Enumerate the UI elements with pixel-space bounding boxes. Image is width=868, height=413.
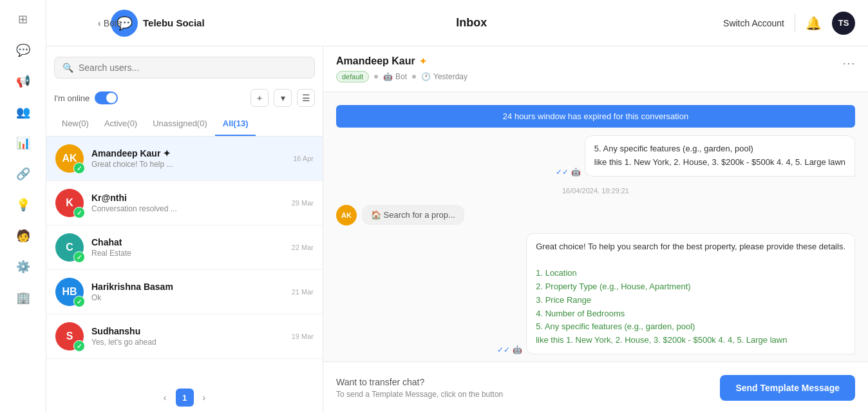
chat-header-left: Amandeep Kaur ✦ default 🤖 Bot 🕐 Yesterda… [336, 55, 467, 82]
meta-dot [374, 75, 378, 79]
conversation-name: Chahat [91, 237, 284, 247]
avatar: S ✓ [55, 322, 84, 351]
search-section: 🔍 [46, 46, 323, 84]
conversation-item[interactable]: AK ✓ Amandeep Kaur ✦ Great choice! To he… [46, 137, 323, 181]
message-item: AK 🏠 Search for a prop... [336, 205, 855, 226]
message-bubble: Great choice! To help you search for the… [526, 233, 855, 354]
time-meta: 🕐 Yesterday [421, 72, 467, 81]
chat-area: Amandeep Kaur ✦ default 🤖 Bot 🕐 Yesterda… [323, 46, 868, 413]
chat-meta: default 🤖 Bot 🕐 Yesterday [336, 71, 467, 82]
nav-megaphone[interactable]: 📢 [10, 68, 36, 94]
conversation-info: Harikrishna Basam Ok [91, 282, 284, 302]
message-list: 1. Location 2. Property Type (e.g., Hous… [536, 268, 787, 345]
status-badge: default [336, 71, 369, 82]
message-status: ✓✓ 🤖 [497, 345, 522, 354]
tab-new[interactable]: New(0) [54, 112, 97, 136]
nav-share[interactable]: 🔗 [10, 161, 36, 187]
whatsapp-badge: ✓ [73, 162, 85, 174]
chat-header: Amandeep Kaur ✦ default 🤖 Bot 🕐 Yesterda… [323, 46, 868, 92]
message-bubble: 5. Any specific features (e.g., garden, … [585, 135, 855, 177]
chat-footer: Want to transfer chat? To send a Templat… [323, 361, 868, 413]
conversation-info: Sudhanshu Yes, let's go ahead [91, 326, 284, 347]
footer-sub-label: To send a Template Message, click on the… [336, 390, 503, 399]
conversation-date: 16 Apr [293, 155, 314, 162]
nav-home[interactable]: ⊞ [10, 6, 36, 32]
search-icon: 🔍 [62, 62, 73, 73]
more-options-button[interactable]: ⋯ [842, 55, 855, 71]
pagination: ‹ 1 › [46, 382, 323, 413]
message-item: ✓✓ 🤖 Great choice! To help you search fo… [336, 233, 855, 354]
meta-dot [412, 75, 416, 79]
nav-settings[interactable]: ⚙️ [10, 254, 36, 280]
conversation-tabs: New(0) Active(0) Unassigned(0) All(13) [46, 112, 323, 137]
transfer-label: Want to transfer chat? [336, 377, 503, 387]
conversation-preview: Yes, let's go ahead [91, 338, 284, 347]
message-bubble: 🏠 Search for a prop... [362, 205, 464, 225]
conversation-preview: Conversation resolved ... [91, 204, 284, 213]
bot-meta: 🤖 Bot [383, 72, 407, 81]
tab-unassigned[interactable]: Unassigned(0) [145, 112, 215, 136]
expire-banner: 24 hours window has expired for this con… [336, 105, 855, 128]
conversation-item[interactable]: C ✓ Chahat Real Estate 22 Mar [46, 226, 323, 270]
notification-icon[interactable]: 🔔 [806, 15, 822, 31]
online-toggle[interactable] [95, 91, 118, 104]
bot-icon: 🤖 [383, 72, 393, 81]
tick-icon: ✓✓ [497, 345, 510, 354]
tab-all[interactable]: All(13) [215, 112, 256, 136]
message-timestamp: 16/04/2024, 18:29:21 [336, 184, 855, 197]
nav-inbox[interactable]: 💬 [10, 37, 36, 63]
nav-bulb[interactable]: 💡 [10, 192, 36, 218]
bot-status-icon: 🤖 [571, 168, 581, 177]
chat-messages: 24 hours window has expired for this con… [323, 92, 868, 361]
conversation-name: Kr@nthi [91, 193, 284, 203]
message-item: ✓✓ 🤖 5. Any specific features (e.g., gar… [336, 135, 855, 177]
online-actions: + ▾ ☰ [250, 89, 315, 107]
conversation-item[interactable]: S ✓ Sudhanshu Yes, let's go ahead 19 Mar [46, 314, 323, 359]
conversation-info: Amandeep Kaur ✦ Great choice! To help ..… [91, 148, 285, 169]
tab-active[interactable]: Active(0) [97, 112, 145, 136]
chat-user-name: Amandeep Kaur ✦ [336, 55, 467, 67]
conversation-item[interactable]: K ✓ Kr@nthi Conversation resolved ... 29… [46, 181, 323, 226]
top-bar: ‹ Bots 💬 Telebu Social Inbox Switch Acco… [46, 0, 868, 46]
online-label: I'm online [54, 93, 90, 103]
nav-users[interactable]: 👥 [10, 99, 36, 125]
left-navigation: ⊞ 💬 📢 👥 📊 🔗 💡 🧑 ⚙️ 🏢 [0, 0, 46, 413]
send-template-button[interactable]: Send Template Message [720, 375, 855, 401]
message-status: ✓✓ 🤖 [556, 168, 581, 177]
dropdown-button[interactable]: ▾ [274, 89, 292, 107]
menu-button[interactable]: ☰ [297, 89, 315, 107]
divider [795, 14, 795, 32]
conversation-item[interactable]: HB ✓ Harikrishna Basam Ok 21 Mar [46, 270, 323, 314]
chevron-left-icon: ‹ [98, 18, 101, 28]
star-icon: ✦ [419, 56, 427, 66]
whatsapp-badge: ✓ [73, 251, 85, 263]
conversation-list: AK ✓ Amandeep Kaur ✦ Great choice! To he… [46, 137, 323, 382]
whatsapp-badge: ✓ [73, 340, 85, 352]
sidebar: 🔍 I'm online + ▾ ☰ New(0) Active(0) Unas… [46, 46, 323, 413]
avatar: AK ✓ [55, 144, 84, 173]
conversation-date: 29 Mar [292, 199, 314, 207]
brand-name: Telebu Social [143, 17, 205, 28]
prev-page-button[interactable]: ‹ [160, 390, 171, 405]
conversation-preview: Ok [91, 293, 284, 302]
conversation-preview: Real Estate [91, 249, 284, 258]
avatar: C ✓ [55, 233, 84, 262]
conversation-date: 22 Mar [292, 244, 314, 251]
current-page[interactable]: 1 [176, 389, 194, 407]
switch-account-button[interactable]: Switch Account [723, 18, 784, 28]
clock-icon: 🕐 [421, 72, 431, 81]
search-input[interactable] [79, 62, 307, 73]
avatar: K ✓ [55, 189, 84, 217]
bots-label[interactable]: Bots [104, 18, 122, 28]
back-bots-button[interactable]: ‹ Bots [98, 18, 122, 28]
tick-icon: ✓✓ [556, 168, 569, 177]
next-page-button[interactable]: › [199, 390, 210, 405]
footer-text: Want to transfer chat? To send a Templat… [336, 377, 503, 399]
nav-person[interactable]: 🧑 [10, 223, 36, 249]
nav-team[interactable]: 🏢 [10, 285, 36, 311]
search-box[interactable]: 🔍 [54, 57, 315, 79]
add-button[interactable]: + [250, 89, 269, 107]
whatsapp-badge: ✓ [73, 296, 85, 307]
avatar[interactable]: TS [832, 12, 855, 35]
nav-chart[interactable]: 📊 [10, 130, 36, 156]
